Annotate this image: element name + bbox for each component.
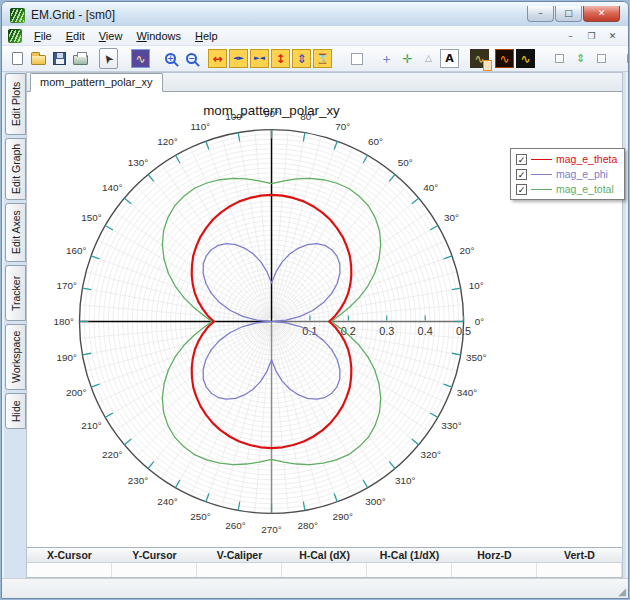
angle-tick <box>363 155 367 163</box>
angle-label: 220° <box>102 449 122 460</box>
menu-edit[interactable]: Edit <box>59 28 92 44</box>
resize-grip-icon[interactable]: ◢ <box>618 586 626 597</box>
side-tab-tracker[interactable]: Tracker <box>5 265 26 321</box>
title-bar[interactable]: EM.Grid - [sm0] –□✕ <box>2 2 628 26</box>
region-box-icon <box>351 53 363 65</box>
zoom-in-x-icon: ►◄ <box>254 55 265 62</box>
zoom-out-button[interactable]: − <box>182 49 201 68</box>
angle-label: 10° <box>469 280 484 291</box>
triangle-marker-button[interactable]: △ <box>419 49 438 68</box>
side-tab-edit-graph[interactable]: Edit Graph <box>5 138 26 200</box>
new-file-icon <box>12 52 23 65</box>
side-tab-edit-axes[interactable]: Edit Axes <box>5 203 26 262</box>
pointer-tool-button[interactable]: ➤ <box>99 48 118 69</box>
trace-tool-button[interactable]: ∿ <box>131 49 150 68</box>
region-box-button[interactable] <box>347 49 366 68</box>
readout-header-y-cursor: Y-Cursor <box>112 548 197 562</box>
angle-tick <box>452 288 461 290</box>
legend-checkbox-mag_e_phi[interactable]: ✓ <box>516 169 527 180</box>
mdi-minimize-button[interactable]: – <box>561 29 580 43</box>
save-icon <box>53 52 66 65</box>
mdi-restore-button[interactable]: ❐ <box>582 29 601 43</box>
angle-tick <box>176 480 180 488</box>
angle-label: 180° <box>53 316 73 327</box>
angle-label: 20° <box>459 245 474 256</box>
zoom-in-x-button[interactable]: ►◄ <box>250 49 269 68</box>
document-area: mom_pattern_polar_xy 0°10°20°30°40°50°60… <box>26 72 623 578</box>
open-file-button[interactable] <box>29 49 48 68</box>
menu-view[interactable]: View <box>92 28 130 44</box>
plot-theme-dark-icon: ∿ <box>520 53 530 65</box>
cursor-readout-table: X-CursorY-CursorV-CaliperH-Cal (dX)H-Cal… <box>27 547 622 577</box>
window-controls: –□✕ <box>526 6 620 22</box>
print-button[interactable] <box>71 49 90 68</box>
snapshot-plot-icon: ∿ <box>474 53 484 65</box>
readout-value-cell <box>452 563 537 577</box>
angle-tick <box>105 413 113 417</box>
mdi-child-icon[interactable] <box>8 29 22 43</box>
legend-label-mag_e_phi: mag_e_phi <box>556 168 608 180</box>
fit-y-icon: ⇕ <box>576 53 585 64</box>
chart-legend: ✓mag_e_theta✓mag_e_phi✓mag_e_total <box>510 148 625 200</box>
angle-tick <box>430 226 438 230</box>
status-bar: ◢ <box>2 578 628 598</box>
axes-marker-button[interactable]: ✛ <box>398 49 417 68</box>
readout-header-h-cal-dx-: H-Cal (dX) <box>282 548 367 562</box>
cross-marker-button[interactable]: ＋ <box>377 49 396 68</box>
readout-value-cell <box>282 563 367 577</box>
side-tab-workspace[interactable]: Workspace <box>5 324 26 390</box>
angle-label: 170° <box>57 280 77 291</box>
snapshot-plot-button[interactable]: ∿ <box>470 49 489 68</box>
legend-line-sample-mag_e_total <box>531 189 552 190</box>
side-tab-hide[interactable]: Hide <box>5 393 26 429</box>
fit-x-left-box[interactable] <box>622 49 629 68</box>
window-close-button[interactable]: ✕ <box>583 6 620 22</box>
angle-label: 200° <box>66 387 86 398</box>
angle-label: 0° <box>475 316 484 327</box>
angle-label: 210° <box>81 420 101 431</box>
legend-row-mag_e_total: ✓mag_e_total <box>516 183 617 195</box>
angle-tick <box>452 353 461 355</box>
text-label-button[interactable]: A <box>440 49 459 68</box>
menu-help[interactable]: Help <box>188 28 225 44</box>
expand-x-button[interactable]: ↔ <box>208 49 227 68</box>
angle-label: 150° <box>81 212 101 223</box>
zoom-in-button[interactable]: + <box>161 49 180 68</box>
angle-label: 350° <box>466 352 486 363</box>
menu-file[interactable]: File <box>27 28 59 44</box>
angle-label: 70° <box>335 121 350 132</box>
angle-label: 130° <box>128 157 148 168</box>
text-label-icon: A <box>445 53 454 64</box>
angle-tick <box>82 353 91 355</box>
angle-label: 110° <box>191 121 211 132</box>
zoom-out-y-icon: ⇕ <box>296 53 306 65</box>
window-minimize-button[interactable]: – <box>527 6 554 22</box>
fit-y-left-box[interactable] <box>550 49 569 68</box>
new-file-button[interactable] <box>8 49 27 68</box>
readout-header-x-cursor: X-Cursor <box>27 548 112 562</box>
mdi-close-button[interactable]: ✕ <box>603 29 622 43</box>
angle-label: 120° <box>157 136 177 147</box>
legend-checkbox-mag_e_theta[interactable]: ✓ <box>516 154 527 165</box>
legend-checkbox-mag_e_total[interactable]: ✓ <box>516 184 527 195</box>
window-title: EM.Grid - [sm0] <box>31 8 115 22</box>
expand-y-button[interactable]: ↕ <box>271 49 290 68</box>
side-tab-edit-plots[interactable]: Edit Plots <box>5 73 26 135</box>
readout-value-cell <box>27 563 112 577</box>
tab-mom-pattern-polar-xy[interactable]: mom_pattern_polar_xy <box>30 73 163 92</box>
angle-label: 260° <box>225 521 245 532</box>
plot-theme-dark-button[interactable]: ∿ <box>516 49 535 68</box>
zoom-out-y-button[interactable]: ⇕ <box>292 49 311 68</box>
mdi-window-controls: –❐✕ <box>561 29 622 43</box>
fit-y-button[interactable]: ⇕ <box>571 49 590 68</box>
save-button[interactable] <box>50 49 69 68</box>
angle-label: 270° <box>261 524 281 535</box>
fit-y-right-box[interactable] <box>592 49 611 68</box>
app-logo-icon <box>10 8 25 23</box>
menu-windows[interactable]: Windows <box>129 28 188 44</box>
zoom-out-x-button[interactable]: ◄► <box>229 49 248 68</box>
window-maximize-button[interactable]: □ <box>555 6 582 22</box>
plot-theme-red-button[interactable]: ∿ <box>495 49 514 68</box>
zoom-in-y-button[interactable]: ⌛ <box>313 49 332 68</box>
angle-tick <box>303 502 305 511</box>
